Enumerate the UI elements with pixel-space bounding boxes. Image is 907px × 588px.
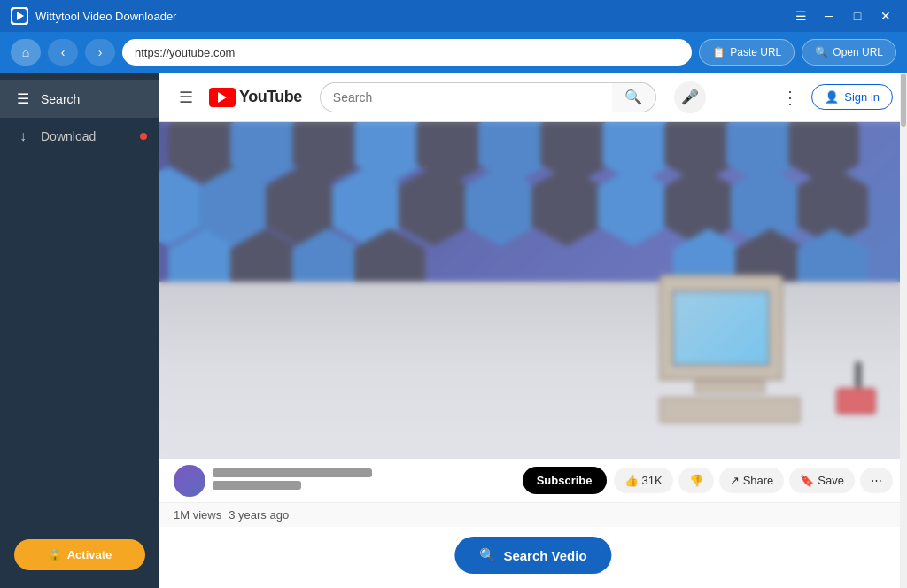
sidebar-item-search[interactable]: ☰ Search [0, 80, 159, 118]
share-button[interactable]: ↗ Share [719, 468, 785, 493]
view-count: 1M views [174, 508, 221, 522]
main-layout: ☰ Search ↓ Download 🔒 Activate ☰ YouTube [0, 73, 907, 588]
like-button[interactable]: 👍 31K [614, 468, 673, 493]
scroll-thumb [901, 74, 906, 127]
channel-thumbnail [174, 465, 205, 497]
like-count: 31K [642, 474, 663, 487]
search-nav-icon: ☰ [14, 90, 32, 107]
yt-menu-button[interactable]: ☰ [174, 82, 198, 112]
open-url-button[interactable]: 🔍 Open URL [802, 39, 896, 66]
youtube-logo: YouTube [209, 88, 302, 107]
download-badge [140, 133, 147, 140]
yt-mic-button[interactable]: 🎤 [674, 81, 706, 113]
yt-play-icon [209, 88, 236, 107]
yt-search-button[interactable]: 🔍 [612, 82, 656, 112]
share-label: Share [743, 474, 774, 487]
dislike-button[interactable]: 👎 [678, 468, 714, 493]
yt-logo-text: YouTube [239, 88, 302, 106]
subscribe-button[interactable]: Subscribe [523, 467, 607, 494]
sidebar-nav: ☰ Search ↓ Download [0, 80, 159, 155]
save-label: Save [818, 474, 844, 487]
search-vedio-button[interactable]: 🔍 Search Vedio [454, 537, 611, 574]
nav-bar: ⌂ ‹ › 📋 Paste URL 🔍 Open URL [0, 32, 907, 73]
paste-icon: 📋 [712, 46, 725, 58]
sidebar-search-label: Search [41, 92, 80, 106]
youtube-header: ☰ YouTube 🔍 🎤 ⋮ 👤 Sign in [159, 73, 907, 122]
yt-signin-label: Sign in [844, 90, 880, 104]
video-bottom-bar: Subscribe 👍 31K 👎 ↗ Share 🔖 [159, 459, 907, 503]
yt-search-box: 🔍 [320, 82, 656, 112]
paste-url-button[interactable]: 📋 Paste URL [699, 39, 795, 66]
url-input[interactable] [122, 39, 692, 66]
more-actions-button[interactable]: ⋯ [860, 468, 893, 493]
yt-search-input[interactable] [320, 82, 612, 112]
close-button[interactable]: ✕ [875, 5, 896, 27]
title-bar: Wittytool Video Downloader ☰ ─ □ ✕ [0, 0, 907, 32]
activate-label: Activate [67, 548, 112, 561]
time-ago: 3 years ago [229, 508, 289, 522]
menu-button[interactable]: ☰ [790, 5, 811, 27]
lock-icon: 🔒 [48, 548, 62, 561]
scroll-track[interactable] [900, 73, 907, 588]
more-icon: ⋯ [871, 474, 882, 487]
back-button[interactable]: ‹ [48, 39, 78, 66]
content-area: ☰ YouTube 🔍 🎤 ⋮ 👤 Sign in [159, 73, 907, 588]
yt-signin-button[interactable]: 👤 Sign in [811, 84, 893, 110]
sidebar-item-download[interactable]: ↓ Download [0, 118, 159, 155]
maximize-button[interactable]: □ [847, 5, 868, 27]
yt-more-button[interactable]: ⋮ [776, 81, 804, 113]
yt-user-icon: 👤 [825, 90, 839, 104]
activate-button[interactable]: 🔒 Activate [14, 539, 145, 570]
video-subtitle-blurred [213, 481, 301, 490]
sidebar: ☰ Search ↓ Download 🔒 Activate [0, 73, 159, 588]
window-controls: ☰ ─ □ ✕ [790, 5, 896, 27]
app-title: Wittytool Video Downloader [35, 10, 176, 23]
minimize-button[interactable]: ─ [818, 5, 840, 27]
search-icon: 🔍 [815, 46, 828, 58]
thumbs-down-icon: 👎 [689, 474, 703, 487]
video-container[interactable] [159, 122, 907, 459]
video-info-bar: 1M views 3 years ago [159, 503, 907, 527]
video-meta [213, 468, 516, 493]
forward-button[interactable]: › [85, 39, 115, 66]
pixelate-overlay [159, 122, 907, 459]
sidebar-download-label: Download [41, 129, 96, 143]
video-scene [159, 122, 907, 459]
title-bar-left: Wittytool Video Downloader [11, 7, 176, 25]
search-vedio-label: Search Vedio [503, 548, 586, 563]
thumbs-up-icon: 👍 [624, 474, 639, 487]
home-button[interactable]: ⌂ [11, 39, 41, 66]
save-button[interactable]: 🔖 Save [789, 468, 855, 493]
video-title-blurred [213, 468, 372, 477]
yt-header-right: ⋮ 👤 Sign in [776, 81, 893, 113]
app-icon [11, 7, 28, 25]
open-url-label: Open URL [833, 46, 883, 58]
share-icon: ↗ [730, 474, 740, 487]
yt-content: Subscribe 👍 31K 👎 ↗ Share 🔖 [159, 122, 907, 588]
download-nav-icon: ↓ [14, 128, 32, 144]
paste-url-label: Paste URL [730, 46, 781, 58]
video-actions: 👍 31K 👎 ↗ Share 🔖 Save ⋯ [614, 468, 893, 493]
search-vedio-icon: 🔍 [479, 547, 496, 563]
bookmark-icon: 🔖 [800, 474, 814, 487]
